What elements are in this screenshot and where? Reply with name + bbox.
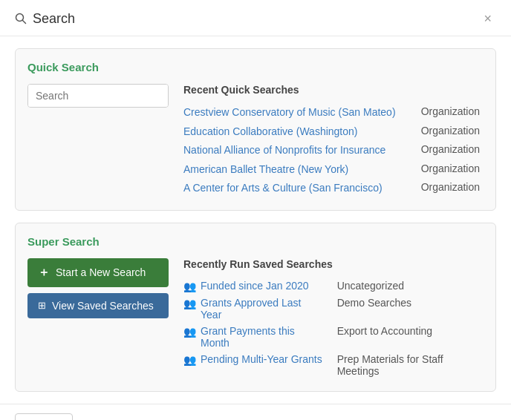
saved-search-name: 👥 Pending Multi-Year Grants (183, 351, 322, 379)
saved-search-name: 👥 Funded since Jan 2020 (183, 278, 322, 295)
quick-search-title: Quick Search (27, 61, 484, 73)
quick-search-left (27, 84, 169, 198)
saved-search-type: Prep Materials for Staff Meetings (322, 351, 484, 379)
recent-search-row: American Ballet Theatre (New York) Organ… (183, 160, 484, 180)
super-search-content: ＋ Start a New Search ⊞ View Saved Search… (27, 258, 484, 379)
saved-search-link[interactable]: 👥 Grant Payments this Month (183, 325, 322, 349)
saved-searches-list: 👥 Funded since Jan 2020 Uncategorized 👥 … (183, 278, 484, 379)
view-saved-button[interactable]: ⊞ View Saved Searches (27, 293, 169, 318)
close-button[interactable]: × (479, 10, 496, 27)
recent-search-link[interactable]: Crestview Conservatory of Music (San Mat… (183, 106, 396, 118)
recent-search-name: A Center for Arts & Culture (San Francis… (183, 179, 406, 198)
recent-search-name: American Ballet Theatre (New York) (183, 160, 406, 180)
saved-search-row: 👥 Funded since Jan 2020 Uncategorized (183, 278, 484, 295)
people-icon: 👥 (183, 354, 196, 366)
saved-search-label: Grant Payments this Month (201, 325, 322, 349)
super-search-left: ＋ Start a New Search ⊞ View Saved Search… (27, 258, 169, 379)
plus-icon: ＋ (38, 265, 50, 280)
people-icon: 👥 (183, 326, 196, 338)
modal-header: Search × (0, 0, 511, 36)
super-search-right: Recently Run Saved Searches 👥 Funded sin… (183, 258, 484, 379)
people-icon: 👥 (183, 280, 196, 292)
recent-search-type: Organization (406, 103, 484, 122)
recent-search-row: A Center for Arts & Culture (San Francis… (183, 179, 484, 198)
recent-search-type: Organization (406, 122, 484, 142)
saved-search-name: 👥 Grants Approved Last Year (183, 295, 322, 323)
recent-search-name: Crestview Conservatory of Music (San Mat… (183, 103, 406, 122)
recent-search-link[interactable]: American Ballet Theatre (New York) (183, 163, 348, 175)
saved-search-label: Grants Approved Last Year (201, 297, 322, 321)
recent-search-name: Education Collaborative (Washington) (183, 122, 406, 142)
new-search-button[interactable]: ＋ Start a New Search (27, 258, 169, 287)
new-search-label: Start a New Search (56, 266, 146, 278)
saved-search-row: 👥 Grants Approved Last Year Demo Searche… (183, 295, 484, 323)
saved-search-row: 👥 Grant Payments this Month Export to Ac… (183, 323, 484, 351)
saved-search-link[interactable]: 👥 Funded since Jan 2020 (183, 280, 322, 292)
recent-search-name: National Alliance of Nonprofits for Insu… (183, 141, 406, 160)
recent-search-row: Crestview Conservatory of Music (San Mat… (183, 103, 484, 122)
saved-search-type: Demo Searches (322, 295, 484, 323)
recent-search-type: Organization (406, 160, 484, 180)
modal-header-left: Search (15, 11, 75, 27)
quick-search-section: Quick Search Recent Quick Searches (15, 48, 496, 211)
super-search-title: Super Search (27, 235, 484, 248)
recent-search-type: Organization (406, 179, 484, 198)
svg-line-1 (23, 21, 26, 24)
view-saved-label: View Saved Searches (52, 300, 154, 312)
recent-searches-list: Crestview Conservatory of Music (San Mat… (183, 103, 484, 198)
search-icon (15, 13, 27, 24)
recent-search-type: Organization (406, 141, 484, 160)
search-input-wrapper (27, 84, 169, 108)
super-search-section: Super Search ＋ Start a New Search ⊞ View… (15, 223, 496, 392)
people-icon: 👥 (183, 298, 196, 309)
quick-search-right: Recent Quick Searches Crestview Conserva… (183, 84, 484, 198)
recent-search-link[interactable]: Education Collaborative (Washington) (183, 125, 358, 137)
quick-search-content: Recent Quick Searches Crestview Conserva… (27, 84, 484, 198)
grid-icon: ⊞ (38, 300, 46, 311)
saved-search-link[interactable]: 👥 Pending Multi-Year Grants (183, 353, 322, 366)
saved-search-label: Funded since Jan 2020 (201, 280, 309, 292)
search-input[interactable] (28, 85, 169, 107)
modal-footer: Cancel (0, 404, 511, 420)
recent-searches-label: Recent Quick Searches (183, 84, 484, 96)
saved-search-label: Pending Multi-Year Grants (201, 353, 322, 365)
modal-body: Quick Search Recent Quick Searches (0, 36, 511, 404)
saved-search-link[interactable]: 👥 Grants Approved Last Year (183, 297, 322, 321)
saved-search-row: 👥 Pending Multi-Year Grants Prep Materia… (183, 351, 484, 379)
recent-search-row: National Alliance of Nonprofits for Insu… (183, 141, 484, 160)
saved-search-name: 👥 Grant Payments this Month (183, 323, 322, 351)
modal-title: Search (33, 11, 75, 27)
recent-search-link[interactable]: National Alliance of Nonprofits for Insu… (183, 144, 385, 156)
recent-search-link[interactable]: A Center for Arts & Culture (San Francis… (183, 182, 383, 194)
saved-search-type: Export to Accounting (322, 323, 484, 351)
recent-search-row: Education Collaborative (Washington) Org… (183, 122, 484, 142)
recently-run-label: Recently Run Saved Searches (183, 258, 484, 270)
cancel-button[interactable]: Cancel (15, 413, 73, 420)
saved-search-type: Uncategorized (322, 278, 484, 295)
